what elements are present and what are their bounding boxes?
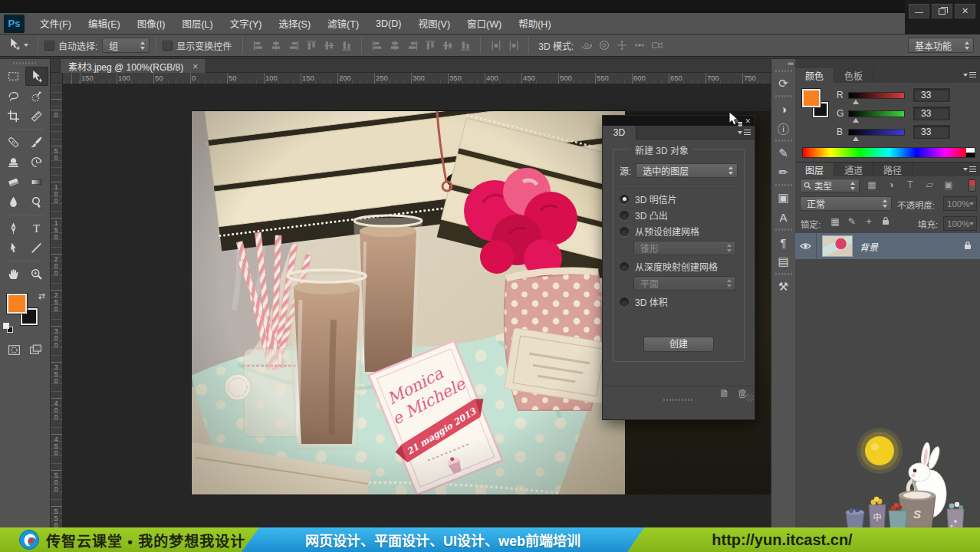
radio-option-1[interactable]: 3D 凸出 <box>620 207 738 223</box>
banner-url[interactable]: http://yun.itcast.cn/ <box>675 527 890 552</box>
radio-icon[interactable] <box>620 195 629 204</box>
panel-close-icon[interactable]: ✕ <box>745 117 751 125</box>
tab-layers-0[interactable]: 图层 <box>795 163 834 176</box>
channel-value[interactable]: 33 <box>913 125 950 139</box>
channel-slider[interactable] <box>848 92 905 99</box>
black-swatch[interactable] <box>966 153 975 157</box>
pen-tool[interactable] <box>2 219 25 238</box>
radio-icon[interactable] <box>620 227 629 236</box>
preset-dropdown[interactable]: 平面 <box>633 276 736 291</box>
resize-grip[interactable] <box>746 394 754 402</box>
tab-color-1[interactable]: 色板 <box>834 68 873 83</box>
panel-drag-handle[interactable] <box>775 70 792 72</box>
fill-value[interactable]: 100% <box>943 216 977 231</box>
radio-icon[interactable] <box>620 297 629 307</box>
paragraph-icon[interactable]: ¶ <box>774 233 794 251</box>
channel-slider[interactable] <box>848 129 905 136</box>
type-filter-icon[interactable]: T <box>904 179 916 190</box>
document-tab[interactable]: 素材3.jpeg @ 100%(RGB/8) × <box>60 59 206 74</box>
move-tool[interactable] <box>25 67 48 86</box>
quick-mask-button[interactable] <box>8 343 21 359</box>
menu-item-2[interactable]: 图像(I) <box>129 13 174 34</box>
tab-layers-1[interactable]: 通道 <box>834 163 873 176</box>
panel-drag-handle[interactable] <box>775 273 792 275</box>
menu-item-5[interactable]: 选择(S) <box>270 13 319 34</box>
source-dropdown[interactable]: 选中的图层 <box>636 163 738 178</box>
swap-colors-icon[interactable]: ⇄ <box>38 291 45 301</box>
restore-button[interactable] <box>932 4 952 18</box>
menu-item-7[interactable]: 3D(D) <box>367 13 409 34</box>
orbit-3d-icon[interactable] <box>580 39 594 51</box>
tab-3d[interactable]: 3D <box>603 126 636 140</box>
align-icon-9[interactable] <box>424 40 436 51</box>
brush-tool[interactable] <box>25 133 48 152</box>
foreground-color-swatch[interactable] <box>802 89 821 107</box>
quick-select-tool[interactable] <box>25 87 48 106</box>
brush-presets-icon[interactable]: ✎ <box>774 144 794 163</box>
align-icon-11[interactable] <box>459 40 472 51</box>
layer-filter-dropdown[interactable]: 类型 <box>800 179 860 192</box>
minimize-button[interactable]: — <box>909 4 929 18</box>
distribute-icon-0[interactable] <box>490 40 502 51</box>
roll-3d-icon[interactable] <box>598 39 611 51</box>
close-button[interactable]: ✕ <box>955 4 975 18</box>
hand-tool[interactable] <box>2 264 25 284</box>
eyedropper-tool[interactable] <box>25 107 48 126</box>
default-colors-icon[interactable] <box>3 323 13 333</box>
zoom-tool[interactable] <box>25 264 48 284</box>
healing-brush-tool[interactable] <box>2 133 25 152</box>
eraser-tool[interactable] <box>2 172 25 192</box>
preset-dropdown[interactable]: 锥形 <box>633 241 736 255</box>
align-icon-2[interactable] <box>288 40 300 51</box>
lock-position-icon[interactable]: + <box>863 216 875 227</box>
menu-item-9[interactable]: 窗口(W) <box>459 13 510 34</box>
menu-item-1[interactable]: 编辑(E) <box>80 13 129 34</box>
rect-marquee-tool[interactable] <box>2 67 25 86</box>
align-icon-0[interactable] <box>252 40 265 51</box>
radio-option-2[interactable]: 从预设创建网格 <box>620 223 738 239</box>
current-tool-badge[interactable] <box>8 38 28 53</box>
layer-row-background[interactable]: 背景 <box>795 233 980 259</box>
notes-icon[interactable]: ▤ <box>774 252 794 271</box>
panel-drag-handle[interactable] <box>663 399 694 401</box>
panel-drag-handle[interactable] <box>13 62 38 64</box>
panel-menu-icon[interactable] <box>738 130 751 135</box>
smart-filter-icon[interactable]: ▣ <box>942 179 955 190</box>
panel-menu-icon[interactable] <box>963 166 976 172</box>
dock-collapse-icon[interactable]: «« <box>771 59 795 67</box>
info-icon[interactable]: ⓘ <box>774 119 794 137</box>
slider-thumb[interactable] <box>853 100 859 104</box>
slider-thumb[interactable] <box>853 118 859 123</box>
screen-mode-button[interactable] <box>29 343 42 359</box>
radio-option-3[interactable]: 从深度映射创建网格 <box>620 258 738 274</box>
radio-icon[interactable] <box>620 262 629 271</box>
workspace-dropdown[interactable]: 基本功能 <box>908 38 974 53</box>
line-tool[interactable] <box>25 238 48 258</box>
panel-drag-handle[interactable] <box>775 140 792 142</box>
align-icon-6[interactable] <box>371 40 383 51</box>
align-icon-5[interactable] <box>340 40 353 51</box>
layer-visibility-toggle[interactable] <box>795 233 817 259</box>
menu-item-0[interactable]: 文件(F) <box>31 13 80 34</box>
panel-drag-handle[interactable] <box>775 228 792 231</box>
menu-item-10[interactable]: 帮助(H) <box>510 13 559 34</box>
lasso-tool[interactable] <box>2 87 25 106</box>
character-icon[interactable]: A <box>774 208 794 226</box>
blend-mode-dropdown[interactable]: 正常 <box>800 196 892 211</box>
gradient-tool[interactable] <box>25 172 48 192</box>
align-icon-7[interactable] <box>389 40 401 51</box>
type-tool[interactable]: T <box>25 219 48 238</box>
tab-layers-2[interactable]: 路径 <box>873 163 913 176</box>
tab-color-0[interactable]: 颜色 <box>795 68 834 83</box>
show-transform-checkbox[interactable] <box>163 41 173 51</box>
menu-item-4[interactable]: 文字(Y) <box>222 13 271 34</box>
clone-stamp-tool[interactable] <box>2 153 25 172</box>
clone-source-icon[interactable]: ▣ <box>774 189 794 207</box>
channel-value[interactable]: 33 <box>913 88 950 102</box>
panel-drag-handle[interactable] <box>775 184 792 186</box>
pan-3d-icon[interactable] <box>616 39 629 51</box>
auto-select-checkbox[interactable] <box>44 41 54 51</box>
create-button[interactable]: 创建 <box>643 337 714 352</box>
distribute-icon-1[interactable] <box>508 40 520 51</box>
blur-tool[interactable] <box>2 192 25 212</box>
